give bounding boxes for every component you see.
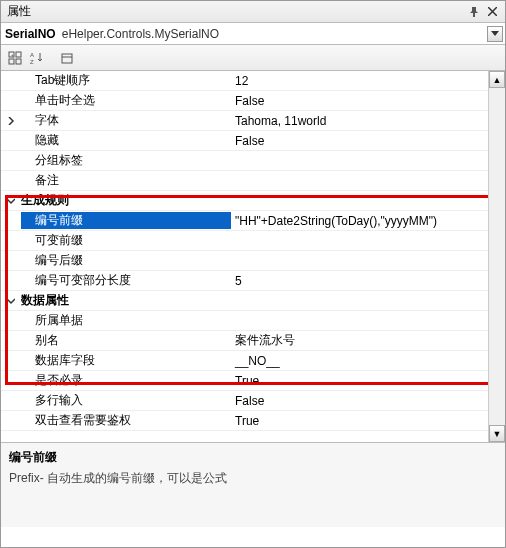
categorize-button[interactable]: + <box>5 48 25 68</box>
property-label: 编号后缀 <box>21 252 231 269</box>
property-label: 数据属性 <box>21 292 231 309</box>
property-label: 生成规则 <box>21 192 231 209</box>
property-value[interactable]: 5 <box>231 274 488 288</box>
titlebar: 属性 <box>1 1 505 23</box>
property-value[interactable]: True <box>231 414 488 428</box>
description-title: 编号前缀 <box>9 449 497 466</box>
property-label: 分组标签 <box>21 152 231 169</box>
property-label: 单击时全选 <box>21 92 231 109</box>
property-row[interactable]: Tab键顺序12 <box>1 71 488 91</box>
vertical-scrollbar[interactable]: ▲ ▼ <box>488 71 505 442</box>
property-value[interactable]: True <box>231 374 488 388</box>
property-label: 所属单据 <box>21 312 231 329</box>
property-row[interactable]: 编号可变部分长度5 <box>1 271 488 291</box>
property-value[interactable]: 12 <box>231 74 488 88</box>
property-label: 是否必录 <box>21 372 231 389</box>
category-row[interactable]: 生成规则 <box>1 191 488 211</box>
property-label: 字体 <box>21 112 231 129</box>
property-label: 双击查看需要鉴权 <box>21 412 231 429</box>
scroll-down-button[interactable]: ▼ <box>489 425 505 442</box>
svg-rect-2 <box>9 59 14 64</box>
toolbar: + AZ <box>1 45 505 71</box>
property-label: 编号前缀 <box>21 212 231 229</box>
property-label: 多行输入 <box>21 392 231 409</box>
property-label: 可变前缀 <box>21 232 231 249</box>
svg-rect-1 <box>16 52 21 57</box>
property-label: 编号可变部分长度 <box>21 272 231 289</box>
property-grid[interactable]: Tab键顺序12单击时全选False字体Tahoma, 11world隐藏Fal… <box>1 71 488 442</box>
category-row[interactable]: 数据属性 <box>1 291 488 311</box>
property-label: 备注 <box>21 172 231 189</box>
property-row[interactable]: 单击时全选False <box>1 91 488 111</box>
property-value[interactable]: 案件流水号 <box>231 332 488 349</box>
property-value[interactable]: False <box>231 94 488 108</box>
property-row[interactable]: 别名案件流水号 <box>1 331 488 351</box>
property-label: Tab键顺序 <box>21 72 231 89</box>
svg-rect-3 <box>16 59 21 64</box>
panel-title: 属性 <box>7 3 463 20</box>
svg-text:Z: Z <box>30 59 34 65</box>
property-row[interactable]: 数据库字段__NO__ <box>1 351 488 371</box>
property-value[interactable]: "HH"+Date2String(ToDay(),"yyyyMM") <box>231 214 488 228</box>
close-icon[interactable] <box>485 5 499 19</box>
scroll-up-button[interactable]: ▲ <box>489 71 505 88</box>
property-row[interactable]: 是否必录True <box>1 371 488 391</box>
svg-rect-7 <box>62 54 72 63</box>
description-panel: 编号前缀 Prefix- 自动生成的编号前缀，可以是公式 <box>1 443 505 527</box>
property-row[interactable]: 所属单据 <box>1 311 488 331</box>
object-selector[interactable]: SerialNO eHelper.Controls.MySerialNO <box>1 23 505 45</box>
property-row[interactable]: 编号后缀 <box>1 251 488 271</box>
sort-alpha-button[interactable]: AZ <box>27 48 47 68</box>
object-type: eHelper.Controls.MySerialNO <box>62 27 487 41</box>
property-row[interactable]: 字体Tahoma, 11world <box>1 111 488 131</box>
property-row[interactable]: 备注 <box>1 171 488 191</box>
property-row[interactable]: 多行输入False <box>1 391 488 411</box>
property-label: 数据库字段 <box>21 352 231 369</box>
expander-icon[interactable] <box>1 117 21 125</box>
dropdown-icon[interactable] <box>487 26 503 42</box>
property-value[interactable]: Tahoma, 11world <box>231 114 488 128</box>
expander-icon[interactable] <box>1 297 21 305</box>
property-label: 别名 <box>21 332 231 349</box>
object-name: SerialNO <box>5 27 56 41</box>
svg-text:+: + <box>11 52 14 58</box>
expander-icon[interactable] <box>1 197 21 205</box>
property-row[interactable]: 分组标签 <box>1 151 488 171</box>
pin-icon[interactable] <box>467 5 481 19</box>
property-pages-button[interactable] <box>57 48 77 68</box>
property-label: 隐藏 <box>21 132 231 149</box>
property-row[interactable]: 双击查看需要鉴权True <box>1 411 488 431</box>
property-value[interactable]: False <box>231 394 488 408</box>
svg-text:A: A <box>30 52 34 58</box>
property-row[interactable]: 隐藏False <box>1 131 488 151</box>
property-row[interactable]: 可变前缀 <box>1 231 488 251</box>
property-value[interactable]: __NO__ <box>231 354 488 368</box>
description-text: Prefix- 自动生成的编号前缀，可以是公式 <box>9 470 497 487</box>
property-value[interactable]: False <box>231 134 488 148</box>
property-row[interactable]: 编号前缀"HH"+Date2String(ToDay(),"yyyyMM") <box>1 211 488 231</box>
property-grid-container: Tab键顺序12单击时全选False字体Tahoma, 11world隐藏Fal… <box>1 71 505 443</box>
